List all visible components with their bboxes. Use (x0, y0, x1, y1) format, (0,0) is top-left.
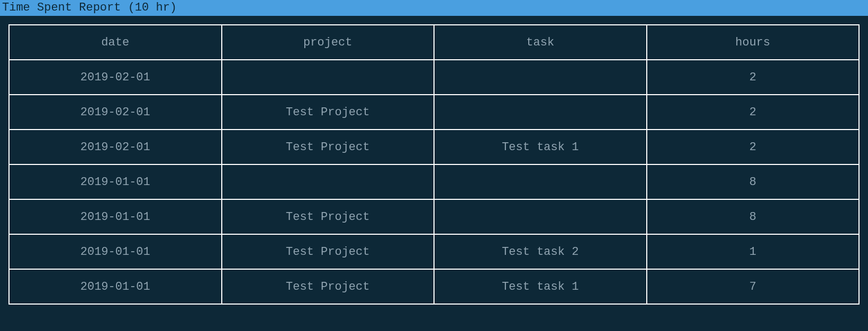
cell-task: Test task 1 (434, 130, 647, 164)
table-row: 2019-02-01 Test Project 2 (9, 95, 859, 130)
table-row: 2019-01-01 Test Project Test task 2 1 (9, 234, 859, 269)
cell-project: Test Project (222, 95, 435, 130)
column-header-project: project (222, 25, 435, 60)
cell-date: 2019-01-01 (9, 234, 222, 269)
table-row: 2019-01-01 8 (9, 164, 859, 199)
column-header-task: task (434, 25, 647, 60)
cell-project (222, 164, 435, 199)
cell-task (434, 199, 647, 234)
cell-hours: 8 (647, 164, 860, 199)
table-container: date project task hours 2019-02-01 2 201… (0, 16, 868, 305)
cell-task: Test task 1 (434, 269, 647, 304)
cell-task: Test task 2 (434, 234, 647, 269)
cell-date: 2019-01-01 (9, 269, 222, 304)
cell-hours: 7 (647, 269, 860, 304)
cell-hours: 8 (647, 199, 860, 234)
table-row: 2019-01-01 Test Project 8 (9, 199, 859, 234)
cell-hours: 2 (647, 130, 860, 164)
table-row: 2019-02-01 2 (9, 60, 859, 95)
cell-date: 2019-01-01 (9, 164, 222, 199)
cell-hours: 2 (647, 60, 860, 95)
cell-task (434, 95, 647, 130)
cell-project: Test Project (222, 269, 435, 304)
cell-date: 2019-02-01 (9, 95, 222, 130)
cell-hours: 2 (647, 95, 860, 130)
cell-project: Test Project (222, 199, 435, 234)
column-header-hours: hours (647, 25, 860, 60)
table-header-row: date project task hours (9, 25, 859, 60)
cell-project: Test Project (222, 130, 435, 164)
column-header-date: date (9, 25, 222, 60)
cell-date: 2019-02-01 (9, 60, 222, 95)
report-title: Time Spent Report (10 hr) (0, 0, 868, 16)
cell-hours: 1 (647, 234, 860, 269)
cell-task (434, 60, 647, 95)
table-row: 2019-02-01 Test Project Test task 1 2 (9, 130, 859, 164)
cell-task (434, 164, 647, 199)
report-table: date project task hours 2019-02-01 2 201… (8, 24, 860, 305)
table-row: 2019-01-01 Test Project Test task 1 7 (9, 269, 859, 304)
cell-date: 2019-01-01 (9, 199, 222, 234)
cell-project (222, 60, 435, 95)
cell-project: Test Project (222, 234, 435, 269)
cell-date: 2019-02-01 (9, 130, 222, 164)
